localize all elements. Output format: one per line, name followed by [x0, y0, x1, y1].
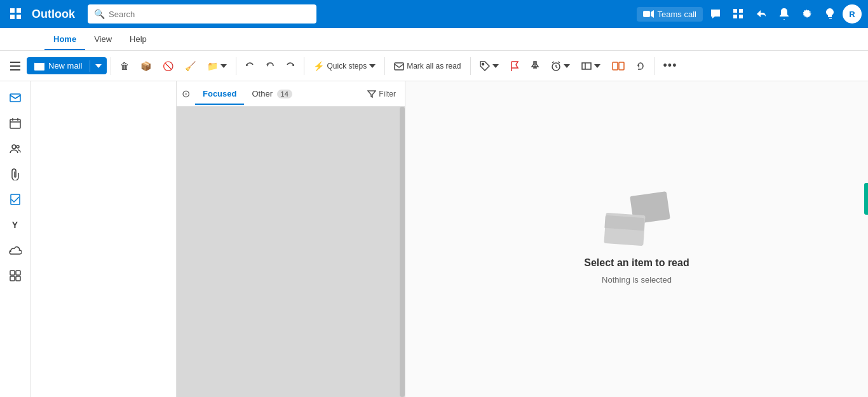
svg-rect-18 [619, 62, 624, 70]
svg-rect-3 [17, 15, 21, 19]
email-list-panel: ⊙ Focused Other 14 Filter [177, 81, 405, 397]
immersive-reader-button[interactable] [607, 58, 630, 74]
redo-button[interactable] [281, 58, 300, 74]
svg-rect-0 [10, 8, 15, 13]
separator-2 [236, 57, 236, 75]
new-mail-label: New mail [48, 61, 82, 71]
app-grid-icon[interactable] [6, 4, 25, 24]
svg-rect-12 [10, 69, 20, 71]
svg-point-21 [12, 145, 16, 149]
svg-rect-1 [17, 8, 21, 13]
block-button[interactable]: 🚫 [158, 58, 179, 74]
tab-other[interactable]: Other 14 [244, 84, 299, 105]
tab-other-label: Other [252, 89, 273, 98]
svg-rect-27 [16, 276, 20, 281]
search-icon: 🔍 [94, 9, 105, 19]
avatar[interactable]: R [843, 4, 862, 24]
side-accent [864, 183, 868, 215]
move-button[interactable]: 📁 [202, 58, 232, 74]
tab-help[interactable]: Help [121, 29, 156, 50]
new-mail-dropdown[interactable] [90, 60, 107, 72]
hamburger-button[interactable] [5, 56, 25, 76]
quick-steps-button[interactable]: ⚡ Quick steps [308, 58, 381, 74]
ribbon-tabs: Home View Help [0, 28, 868, 51]
folder-panel [31, 81, 177, 397]
reading-pane: Select an item to read Nothing is select… [405, 81, 868, 397]
svg-rect-24 [10, 271, 15, 275]
top-nav: Outlook 🔍 Teams call [0, 0, 868, 28]
flag-button[interactable] [505, 58, 524, 74]
more-icon: ••• [663, 59, 677, 72]
svg-rect-17 [613, 62, 618, 70]
sidebar-item-calendar[interactable] [4, 112, 27, 135]
svg-point-15 [482, 63, 484, 65]
tag-button[interactable] [475, 58, 504, 74]
tab-focused[interactable]: Focused [195, 84, 244, 105]
mark-all-read-button[interactable]: Mark all as read [389, 58, 466, 74]
lightbulb-icon-btn[interactable] [820, 4, 840, 24]
new-mail-button[interactable]: New mail [27, 57, 107, 74]
filter-label: Filter [379, 90, 396, 98]
tab-bar: ⊙ Focused Other 14 Filter [177, 81, 405, 107]
archive-button[interactable]: 📦 [135, 58, 156, 74]
gear-icon-btn[interactable] [797, 4, 817, 24]
top-nav-right: Teams call [637, 4, 862, 24]
other-badge: 14 [277, 90, 292, 98]
grid-view-icon-btn[interactable] [728, 4, 749, 24]
sidebar-item-mail[interactable] [4, 86, 27, 109]
undo3-button[interactable] [631, 58, 650, 74]
separator-5 [470, 57, 471, 75]
svg-rect-23 [11, 194, 20, 205]
sidebar-item-onedrive[interactable] [4, 239, 27, 262]
undo2-button[interactable] [261, 58, 280, 74]
separator-4 [384, 57, 385, 75]
envelope-illustration [605, 194, 668, 245]
rules-button[interactable] [576, 58, 606, 74]
sidebar-item-attachments[interactable] [4, 163, 27, 185]
empty-state-subtitle: Nothing is selected [602, 275, 672, 285]
chat-icon-btn[interactable] [705, 4, 726, 24]
svg-rect-4 [643, 11, 650, 17]
tab-view[interactable]: View [85, 29, 121, 50]
sidebar-item-people[interactable] [4, 137, 27, 160]
svg-rect-19 [10, 94, 20, 102]
svg-rect-6 [733, 9, 737, 13]
archive-icon: 📦 [140, 61, 151, 71]
delete-button[interactable]: 🗑 [115, 58, 134, 74]
snooze-button[interactable] [546, 58, 575, 74]
empty-state: Select an item to read Nothing is select… [584, 194, 689, 285]
sidebar-item-yammer[interactable]: Y [4, 213, 27, 236]
svg-rect-25 [16, 271, 20, 275]
separator-3 [304, 57, 304, 75]
search-box[interactable]: 🔍 [88, 4, 316, 24]
search-input[interactable] [109, 10, 310, 19]
undo-button[interactable] [240, 58, 259, 74]
teams-call-button[interactable]: Teams call [637, 7, 703, 22]
filter-button[interactable]: Filter [363, 87, 400, 101]
svg-rect-7 [739, 9, 743, 13]
svg-rect-14 [395, 63, 403, 70]
svg-rect-10 [10, 62, 20, 63]
delete-icon: 🗑 [120, 61, 129, 71]
sidebar: Y [0, 81, 31, 397]
svg-point-22 [17, 145, 19, 148]
circle-check-icon[interactable]: ⊙ [182, 88, 190, 100]
svg-rect-20 [10, 119, 20, 128]
pin-button[interactable] [526, 58, 545, 74]
main-layout: Y ⊙ Focused Other 14 [0, 81, 868, 397]
sweep-button[interactable]: 🧹 [180, 58, 201, 74]
new-mail-main[interactable]: New mail [27, 57, 90, 74]
share-icon-btn[interactable] [751, 4, 771, 24]
lightning-icon: ⚡ [313, 61, 324, 71]
quick-steps-label: Quick steps [327, 62, 367, 71]
svg-rect-2 [10, 15, 15, 19]
bell-icon-btn[interactable] [774, 4, 794, 24]
more-button[interactable]: ••• [658, 56, 682, 76]
teams-call-label: Teams call [658, 10, 696, 19]
scroll-bar[interactable] [400, 107, 405, 397]
sidebar-item-tasks[interactable] [4, 188, 27, 211]
sidebar-item-apps[interactable] [4, 264, 27, 287]
tab-home[interactable]: Home [44, 29, 85, 50]
move-icon: 📁 [207, 61, 218, 71]
separator-1 [111, 57, 111, 75]
